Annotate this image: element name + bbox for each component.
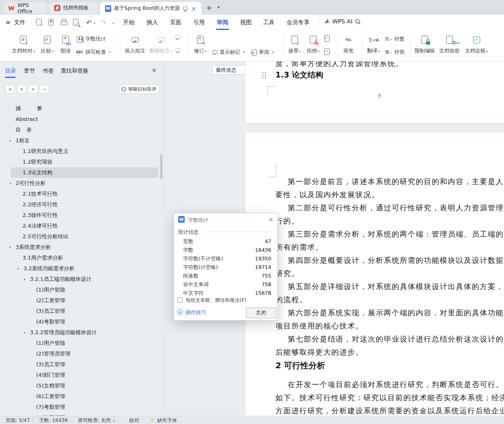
delete-comment-button[interactable]: × 删除批注▾ bbox=[148, 34, 174, 55]
collapse-up-button[interactable]: ∧ bbox=[17, 85, 26, 93]
undo-icon[interactable]: ↶ bbox=[86, 19, 92, 27]
toc-item[interactable]: 2.4法律可行性 bbox=[0, 221, 162, 231]
toc-item[interactable]: 1.1研究目的与意义 bbox=[0, 146, 162, 157]
toc-item[interactable]: ▾1前言 bbox=[0, 135, 162, 146]
document-text-line[interactable]: 在开发一个项目前必须对系统进行研究，判断系统是否可行。本系统的可 bbox=[288, 379, 504, 390]
toc-item-selected[interactable]: 1.3论文结构 bbox=[11, 167, 158, 178]
restrict-editing-button[interactable]: 限制编辑 bbox=[413, 34, 437, 55]
toc-item[interactable]: (4)部门管理 bbox=[0, 370, 162, 381]
document-text-line[interactable]: 度，简单方便的人力资源管理系统。 bbox=[275, 62, 403, 69]
menu-tab-page[interactable]: 页面 bbox=[170, 19, 181, 26]
hamburger-icon[interactable]: ≡ bbox=[6, 19, 11, 25]
document-text-line[interactable]: 第六部分是系统实现，展示两个端的内容，对里面的具体功能模块做介绍 bbox=[288, 308, 504, 318]
toc-item[interactable]: ▾3.2系统功能需求分析 bbox=[0, 263, 162, 274]
toc-item[interactable]: (5)文档管理 bbox=[0, 381, 162, 391]
paragraph-drag-handle-icon[interactable] bbox=[262, 72, 263, 73]
toc-item[interactable]: 2.1技术可行性 bbox=[0, 189, 162, 199]
toc-item[interactable]: (6)工资管理 bbox=[0, 391, 162, 402]
toc-item[interactable]: (4)考勤管理 bbox=[0, 317, 162, 327]
search-icon[interactable] bbox=[355, 18, 361, 27]
read-aloud-button[interactable]: ≡))) 朗读 bbox=[55, 34, 76, 55]
close-sidebar-icon[interactable]: × bbox=[152, 68, 156, 73]
smart-toc-button[interactable]: 智能识别目录 bbox=[118, 84, 159, 94]
document-heading-1-3[interactable]: 1.3 论文结构 bbox=[275, 70, 323, 80]
document-text-line[interactable]: 项目所使用的核心技术。 bbox=[275, 321, 364, 331]
toc-item[interactable]: 1.2研究现状 bbox=[0, 157, 162, 167]
toc-item[interactable]: 目 录 bbox=[0, 125, 162, 135]
toc-item[interactable]: (2)工资管理 bbox=[0, 295, 162, 306]
undo-chevron-icon[interactable]: ▾ bbox=[94, 21, 95, 25]
toc-item[interactable]: Abstract bbox=[0, 114, 162, 125]
menu-tab-review[interactable]: 审阅 bbox=[217, 19, 228, 26]
insert-comment-button[interactable]: + 插入批注 bbox=[123, 34, 147, 55]
simplified-to-traditional-button[interactable]: 简→ 转繁 bbox=[385, 36, 405, 43]
pen-button[interactable]: ✎ 画笔 bbox=[339, 34, 357, 55]
word-count-indicator[interactable]: 字数: 16436 bbox=[39, 417, 68, 424]
sidebar-tab-toc[interactable]: 目录 bbox=[5, 67, 16, 75]
tips-link[interactable]: 操作技巧 bbox=[186, 309, 206, 316]
review-pane-button[interactable]: ≡ 审阅▾ bbox=[251, 49, 274, 56]
track-changes-button[interactable]: ≡✎ 修订▾ bbox=[190, 34, 211, 55]
toc-item[interactable]: 2.2经济可行性 bbox=[0, 199, 162, 210]
previous-comment-icon[interactable]: ← bbox=[175, 35, 181, 39]
toc-item[interactable]: ▾3.2.2管理员端功能模块设计 bbox=[0, 327, 162, 338]
encrypt-document-button[interactable]: 文档加密 bbox=[438, 34, 461, 55]
toc-item[interactable]: ▾3.2.1员工端功能模块设计 bbox=[0, 274, 162, 285]
document-text-line[interactable]: 第二部分是可行性分析，通过可行性研究，表明人力资源管理管理系统的 bbox=[288, 203, 504, 213]
print-preview-icon[interactable] bbox=[73, 19, 78, 27]
sidebar-tab-bookmarks[interactable]: 书签 bbox=[43, 67, 54, 75]
document-text-line[interactable]: 行的。 bbox=[275, 216, 300, 226]
spell-check-indicator[interactable]: 拼写检查: 关闭 ▾ bbox=[78, 417, 115, 424]
expand-down-button[interactable]: ∨ bbox=[5, 85, 15, 93]
document-text-line[interactable]: 的流程。 bbox=[275, 294, 307, 305]
more-commands-chevron-icon[interactable]: ▾ bbox=[112, 21, 114, 25]
toc-item[interactable]: 摘 要 bbox=[0, 103, 162, 114]
document-text-line[interactable]: 第四部分是概要设计，分析系统所需的功能模块以及设计数据库，对系统 bbox=[288, 255, 504, 266]
translate-button[interactable]: 文⇄A 翻译▾ bbox=[364, 34, 383, 55]
toc-item[interactable]: (8)政策管理 bbox=[0, 413, 162, 416]
document-page-4[interactable]: 第一部分是前言，讲述本系统的研究的目的和内容，主要是人力资源管理 要性，以及国内… bbox=[245, 132, 504, 416]
toc-item[interactable]: ▾3系统需求分析 bbox=[0, 242, 162, 253]
document-text-line[interactable]: 所有的需求。 bbox=[275, 242, 323, 253]
toc-item[interactable]: (3)员工管理 bbox=[0, 359, 162, 370]
close-tab-icon[interactable]: × bbox=[191, 6, 196, 11]
page-indicator[interactable]: 页面: 5/47 bbox=[6, 417, 30, 424]
toc-item[interactable]: 3.1用户需求分析 bbox=[0, 253, 162, 263]
file-menu[interactable]: 文件 bbox=[14, 19, 25, 26]
document-text-line[interactable]: 第五部分是详细设计，对系统的具体模块设计出具体的方案，并用时序图 bbox=[288, 281, 504, 292]
show-markup-button[interactable]: 显示标记▾ bbox=[212, 49, 245, 56]
menu-tab-tools[interactable]: 工具 bbox=[263, 19, 275, 26]
close-button[interactable]: 关闭 bbox=[246, 308, 276, 318]
toc-item[interactable]: (1)用户登陆 bbox=[0, 285, 162, 295]
tab-docer-templates[interactable]: 找稻壳模板 bbox=[49, 2, 98, 14]
menu-tab-member[interactable]: 会员专享 bbox=[286, 19, 309, 26]
document-text-line[interactable]: 要性，以及国内外发展状况。 bbox=[275, 189, 380, 200]
close-dialog-icon[interactable]: × bbox=[268, 216, 273, 223]
document-text-line[interactable]: 第七部分是结语，对这次的毕业设计进行总结分析这次设计的优点和缺陷 bbox=[288, 334, 504, 344]
next-comment-icon[interactable]: → bbox=[175, 48, 181, 52]
next-change-icon[interactable]: → bbox=[324, 48, 330, 55]
missing-font-indicator[interactable]: 缺失字体 bbox=[157, 417, 177, 424]
proofread-button[interactable]: 校对 bbox=[129, 417, 139, 424]
toc-item[interactable]: (7)考勤管理 bbox=[0, 402, 162, 413]
tab-wps-office[interactable]: W WPS Office bbox=[3, 2, 47, 14]
print-icon[interactable] bbox=[61, 19, 67, 27]
document-text-line[interactable]: 方面进行研究，分析建设系统所需要的资金以及系统运行后给企业带来的经济 bbox=[275, 406, 504, 416]
toc-item[interactable]: (1)用户登陆 bbox=[0, 338, 162, 349]
tab-list-chevron-icon[interactable]: ▾ bbox=[218, 5, 220, 9]
word-count-button[interactable]: 12+ 字数统计 bbox=[77, 36, 106, 43]
toc-item[interactable]: 2.5可行性分析结论 bbox=[0, 231, 162, 242]
wps-ai-button[interactable]: WPS AI bbox=[324, 18, 353, 25]
menu-tab-view[interactable]: 视图 bbox=[240, 19, 252, 26]
collapse-all-button[interactable]: − bbox=[40, 85, 49, 93]
document-page-3[interactable]: 度，简单方便的人力资源管理系统。 1.3 论文结构 3 bbox=[245, 62, 504, 123]
reader-mode-icon[interactable] bbox=[183, 7, 188, 10]
document-heading-2[interactable]: 2 可行性分析 bbox=[275, 360, 325, 371]
menu-tab-home[interactable]: 开始 bbox=[123, 19, 135, 26]
include-textbox-checkbox[interactable] bbox=[177, 297, 183, 303]
toc-item[interactable]: 2.3操作可行性 bbox=[0, 210, 162, 221]
menu-tab-insert[interactable]: 插入 bbox=[147, 19, 158, 26]
traditional-to-simplified-button[interactable]: 繁→ 转简 bbox=[385, 49, 405, 56]
expand-all-button[interactable]: + bbox=[28, 85, 38, 93]
sidebar-scrollbar-thumb[interactable] bbox=[160, 154, 163, 179]
